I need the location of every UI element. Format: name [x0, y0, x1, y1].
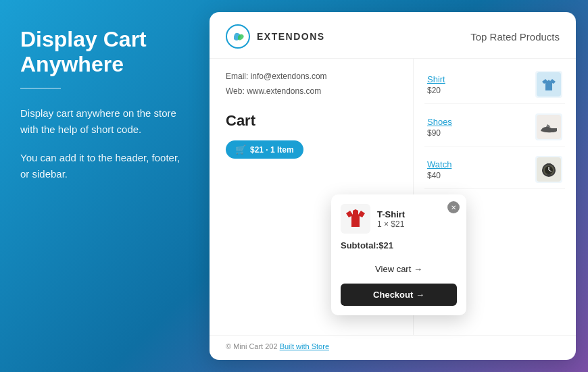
popup-close-button[interactable]: ✕ — [447, 201, 460, 213]
top-rated-title: Top Rated Products — [470, 31, 560, 43]
logo-area: EXTENDONS — [226, 24, 325, 49]
description-2: You can add it to the header, footer, or… — [20, 150, 189, 182]
description-1: Display cart anywhere on the store with … — [20, 105, 189, 138]
svg-rect-9 — [547, 163, 551, 165]
contact-web: Web: www.extendons.com — [226, 84, 397, 99]
extendons-logo-icon — [226, 24, 250, 49]
mini-cart-popup: ✕ T-Shirt 1 × $21 — [331, 194, 466, 315]
product-link-watch[interactable]: Watch — [427, 159, 451, 169]
popup-item-qty: 1 × $21 — [377, 219, 405, 229]
card-left-section: Email: info@extendons.com Web: www.exten… — [210, 59, 414, 335]
popup-cart-item: T-Shirt 1 × $21 — [341, 204, 457, 234]
product-link-shoes[interactable]: Shoes — [427, 117, 452, 127]
product-info-watch: Watch $40 — [427, 159, 451, 180]
footer-link[interactable]: Built with Store — [280, 342, 329, 350]
product-info-shoes: Shoes $90 — [427, 117, 452, 138]
product-item-watch: Watch $40 — [424, 151, 565, 189]
card-footer: © Mini Cart 202 Built with Store — [210, 335, 576, 360]
right-panel: EXTENDONS Top Rated Products Email: info… — [210, 0, 588, 372]
product-image-shirt — [535, 71, 562, 98]
contact-email: Email: info@extendons.com — [226, 70, 397, 84]
card-header: EXTENDONS Top Rated Products — [210, 12, 576, 59]
popup-item-info: T-Shirt 1 × $21 — [377, 209, 405, 229]
product-price-shirt: $20 — [427, 86, 445, 95]
card-body: Email: info@extendons.com Web: www.exten… — [210, 59, 576, 335]
product-image-watch — [535, 156, 562, 183]
cart-title: Cart — [226, 112, 397, 130]
cart-icon: 🛒 — [235, 144, 246, 155]
popup-item-name: T-Shirt — [377, 209, 405, 219]
footer-text: © Mini Cart 202 — [226, 342, 278, 350]
tshirt-icon — [343, 207, 368, 231]
product-item-shirt: Shirt $20 — [424, 65, 565, 104]
main-heading: Display Cart Anywhere — [20, 27, 189, 77]
product-link-shirt[interactable]: Shirt — [427, 74, 445, 84]
svg-rect-10 — [547, 174, 551, 176]
subtotal-value: $21 — [378, 240, 393, 250]
divider — [20, 88, 61, 89]
contact-info: Email: info@extendons.com Web: www.exten… — [226, 70, 397, 99]
main-card: EXTENDONS Top Rated Products Email: info… — [210, 12, 576, 360]
left-panel: Display Cart Anywhere Display cart anywh… — [0, 0, 210, 372]
subtotal-label: Subtotal: — [341, 240, 378, 250]
logo-text: EXTENDONS — [257, 31, 325, 42]
cart-button[interactable]: 🛒 $21 · 1 Item — [226, 140, 303, 159]
product-info-shirt: Shirt $20 — [427, 74, 445, 95]
product-image-shoes — [535, 113, 562, 140]
popup-subtotal: Subtotal:$21 — [341, 240, 457, 250]
checkout-button[interactable]: Checkout → — [341, 284, 457, 306]
cart-button-label: $21 · 1 Item — [250, 145, 294, 155]
product-price-shoes: $90 — [427, 128, 452, 138]
view-cart-button[interactable]: View cart → — [341, 259, 457, 280]
popup-product-image — [341, 204, 370, 234]
product-item-shoes: Shoes $90 — [424, 108, 565, 147]
product-price-watch: $40 — [427, 171, 451, 180]
